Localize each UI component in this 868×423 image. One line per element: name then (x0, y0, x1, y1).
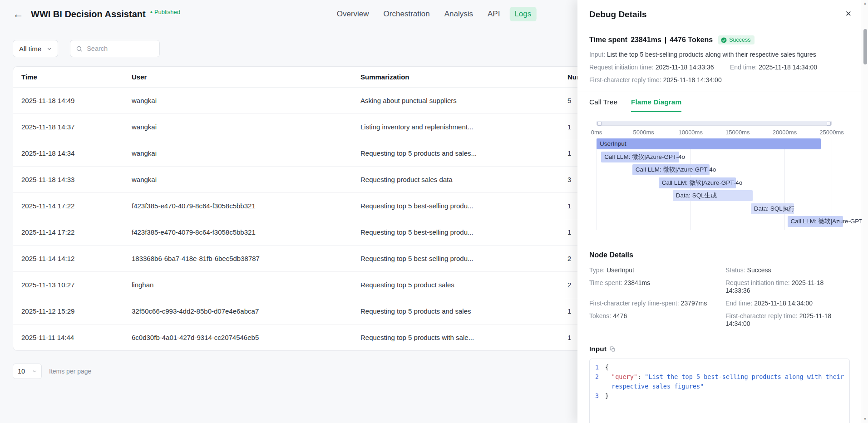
table-cell: 2025-11-14 17:22 (13, 219, 124, 246)
detail-label: Status: (725, 266, 745, 274)
table-cell: linghan (124, 272, 353, 298)
tab-orchestration[interactable]: Orchestration (379, 7, 435, 21)
code-token: "query" (612, 373, 637, 380)
table-cell: 2025-11-13 10:27 (13, 272, 124, 298)
detail-item: Type:UserInput (589, 266, 725, 274)
axis-tick-label: 5000ms (633, 129, 654, 136)
flame-bar[interactable]: UserInput (597, 138, 821, 149)
flame-bar[interactable]: Call LLM: 微软|Azure-GPT-4o (659, 177, 736, 188)
gridline (597, 138, 597, 230)
column-header-summarization: Summarization (353, 67, 560, 88)
copy-icon[interactable] (610, 346, 616, 352)
table-cell: 183368b6-6ba7-418e-81fb-6bec5db38787 (124, 246, 353, 272)
table-cell: 2025-11-14 17:22 (13, 193, 124, 219)
axis-tick-label: 20000ms (773, 129, 797, 136)
flame-bar[interactable]: Data: SQL执行 (751, 203, 794, 214)
table-cell: Requesting top 5 products and sales (353, 298, 560, 325)
tab-call-tree[interactable]: Call Tree (589, 98, 617, 112)
end-time: End time:2025-11-18 14:34:00 (730, 64, 850, 71)
table-cell: 2025-11-18 14:33 (13, 167, 124, 193)
detail-value: 23841ms (624, 279, 651, 286)
tab-overview[interactable]: Overview (332, 7, 374, 21)
time-range-select[interactable]: All time (13, 40, 58, 57)
vertical-scrollbar[interactable]: ▲ ▼ (862, 0, 868, 423)
detail-item: Status:Success (725, 266, 850, 274)
flame-grid: UserInputCall LLM: 微软|Azure-GPT-4oCall L… (597, 138, 832, 230)
axis-tick-label: 0ms (591, 129, 602, 136)
check-circle-icon (721, 37, 727, 43)
summary-stats: Time spent 23841ms | 4476 Tokens (589, 36, 713, 44)
table-cell: 6c0d30fb-4a01-427d-9314-cc2074546eb5 (124, 325, 353, 351)
detail-value: Success (747, 266, 771, 274)
tab-api[interactable]: API (483, 7, 505, 21)
request-time: Request initiation time:2025-11-18 14:33… (589, 64, 730, 71)
table-cell: Asking about punctual suppliers (353, 88, 560, 114)
published-badge: • Published (150, 9, 180, 15)
flame-bar[interactable]: Data: SQL生成 (673, 190, 753, 201)
table-cell: f423f385-e470-4079-8c64-f3058c5bb321 (124, 193, 353, 219)
chevron-down-icon (47, 46, 52, 51)
stats-separator: | (665, 36, 666, 44)
detail-item: First-character reply time:2025-11-18 14… (725, 312, 850, 328)
divider (577, 92, 862, 92)
detail-label: End time: (725, 300, 752, 307)
page-size-select[interactable]: 10 (13, 364, 42, 379)
meta-input: Input:List the top 5 best-selling produc… (589, 51, 850, 59)
tokens-value: 4476 Tokens (670, 36, 713, 44)
tab-analysis[interactable]: Analysis (439, 7, 478, 21)
code-token: { (605, 364, 609, 371)
line-number: 3 (590, 391, 605, 401)
code-content: "query": "List the top 5 best-selling pr… (605, 372, 845, 391)
meta-times: Request initiation time:2025-11-18 14:33… (589, 64, 850, 71)
search-input[interactable] (87, 45, 150, 52)
page-size-value: 10 (18, 368, 25, 375)
time-spent-value: 23841ms (631, 36, 661, 44)
table-cell: Requesting top 5 products with sale... (353, 325, 560, 351)
table-cell: 2025-11-14 14:12 (13, 246, 124, 272)
flame-bar[interactable]: Call LLM: 微软|Azure-GPT-4o (601, 152, 679, 162)
table-cell: 2025-11-18 14:34 (13, 140, 124, 167)
input-section-header: Input (589, 345, 850, 353)
flame-bar[interactable]: Call LLM: 微软|Azure-GPT-4o (632, 164, 710, 175)
line-number: 2 (590, 372, 605, 391)
chevron-down-icon (32, 369, 37, 374)
scrollbar-thumb[interactable] (863, 29, 867, 64)
axis-tick-label: 10000ms (678, 129, 702, 136)
flame-bar[interactable]: Call LLM: 微软|Azure-GPT-4o (788, 216, 843, 227)
detail-label: Request initiation time: (725, 279, 790, 286)
table-cell: 32f50c66-c993-4dd2-85b0-d07e4e6abca7 (124, 298, 353, 325)
detail-item: Tokens:4476 (589, 312, 725, 328)
published-label: Published (154, 9, 180, 15)
code-block[interactable]: 1{2"query": "List the top 5 best-selling… (589, 359, 850, 423)
code-token: } (605, 392, 609, 399)
tab-flame-diagram[interactable]: Flame Diagram (631, 98, 681, 112)
back-icon[interactable]: ← (13, 9, 24, 20)
close-icon[interactable]: ✕ (844, 9, 853, 19)
items-per-page-label: Items per page (49, 368, 91, 375)
input-value: List the top 5 best-selling products alo… (607, 51, 816, 58)
code-content: { (605, 363, 845, 372)
timeline-zoom-slider[interactable] (597, 121, 832, 126)
scroll-up-icon[interactable]: ▲ (862, 0, 868, 7)
detail-label: Tokens: (589, 312, 611, 320)
column-header-time: Time (13, 67, 124, 88)
detail-item: Request initiation time:2025-11-18 14:33… (725, 279, 850, 295)
search-icon (76, 45, 83, 52)
detail-value: 23797ms (681, 300, 707, 307)
detail-label: Type: (589, 266, 605, 274)
tab-logs[interactable]: Logs (509, 7, 536, 21)
detail-item: End time:2025-11-18 14:34:00 (725, 300, 850, 307)
scroll-down-icon[interactable]: ▼ (862, 416, 868, 423)
search-box[interactable] (70, 40, 160, 57)
table-cell: Listing inventory and replenishment... (353, 114, 560, 140)
gridline (784, 138, 785, 230)
detail-item: First-character reply time-spent:23797ms (589, 300, 725, 307)
debug-details-panel: Debug Details ✕ Time spent 23841ms | 447… (577, 0, 862, 423)
table-cell: Requesting top 5 product sales (353, 272, 560, 298)
table-cell: Requesting top 5 best-selling produ... (353, 193, 560, 219)
detail-label: First-character reply time: (725, 312, 798, 320)
time-spent-label: Time spent (589, 36, 627, 44)
line-number: 1 (590, 363, 605, 372)
detail-value: UserInput (607, 266, 634, 274)
code-token: "List the top 5 best-selling products al… (612, 373, 848, 390)
